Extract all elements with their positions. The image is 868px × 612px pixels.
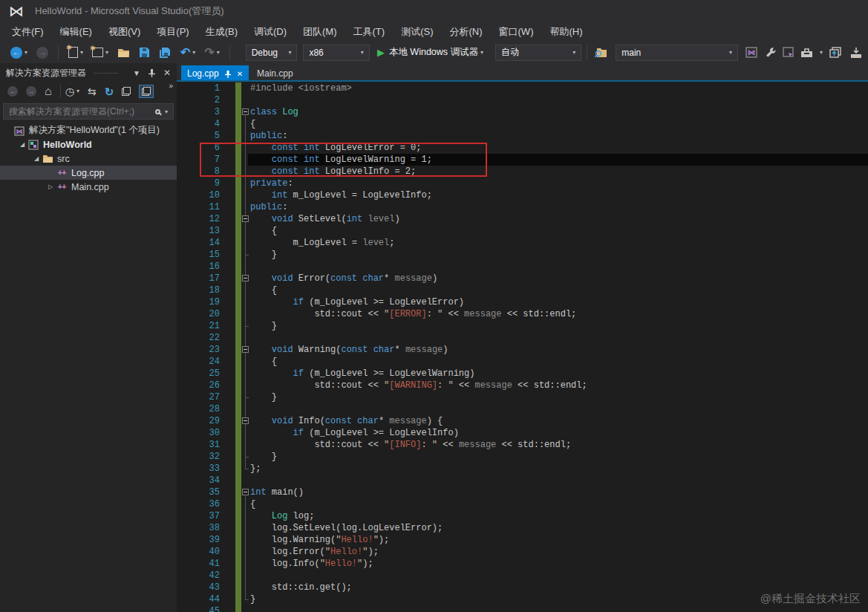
toolbox-button[interactable]: [800, 44, 813, 62]
line-number[interactable]: 14: [177, 237, 220, 249]
line-number[interactable]: 29: [177, 415, 220, 427]
line-number[interactable]: 34: [177, 475, 220, 486]
line-number[interactable]: 12: [177, 213, 220, 225]
menu-item[interactable]: 生成(B): [198, 23, 245, 41]
navigate-windows-button[interactable]: [829, 44, 841, 62]
tree-item-src[interactable]: ◢src: [0, 152, 177, 166]
menu-item[interactable]: 视图(V): [101, 23, 148, 41]
configuration-dropdown[interactable]: Debug▾: [246, 45, 298, 61]
tab-main-cpp[interactable]: Main.cpp: [251, 65, 299, 82]
line-number[interactable]: 23: [177, 344, 220, 356]
close-icon[interactable]: ✕: [163, 68, 171, 78]
line-number[interactable]: 11: [177, 201, 220, 213]
branch-dropdown[interactable]: main▾: [616, 45, 738, 61]
fold-toggle-icon[interactable]: [242, 346, 249, 353]
line-number[interactable]: 45: [177, 605, 220, 612]
watch-mode-dropdown[interactable]: 自动▾: [495, 45, 581, 61]
close-icon[interactable]: ✕: [237, 70, 243, 78]
open-file-button[interactable]: [117, 44, 130, 62]
navigate-back-button[interactable]: ←▾: [10, 44, 27, 62]
line-number[interactable]: 22: [177, 332, 220, 344]
find-in-files-button[interactable]: [595, 44, 607, 62]
home-button[interactable]: ⌂: [45, 85, 52, 97]
sync-with-active-document-button[interactable]: ⇆: [88, 86, 97, 97]
line-number[interactable]: 42: [177, 570, 220, 582]
attach-button[interactable]: ⋈: [745, 44, 757, 62]
pin-icon[interactable]: [224, 70, 232, 78]
panel-drag-handle[interactable]: [94, 73, 118, 74]
line-number[interactable]: 18: [177, 284, 220, 296]
fold-toggle-icon[interactable]: [242, 275, 249, 281]
line-number[interactable]: 25: [177, 368, 220, 380]
forward-button[interactable]: →: [26, 86, 36, 97]
line-number[interactable]: 32: [177, 451, 220, 463]
line-number[interactable]: 3: [177, 106, 220, 118]
line-number[interactable]: 30: [177, 427, 220, 439]
start-debugging-button[interactable]: ▶本地 Windows 调试器▾: [377, 44, 483, 62]
panel-menu-chevron-icon[interactable]: ▼: [133, 69, 140, 77]
line-number[interactable]: 36: [177, 498, 220, 510]
line-number[interactable]: 21: [177, 320, 220, 332]
fold-toggle-icon[interactable]: [242, 215, 249, 222]
line-number[interactable]: 13: [177, 225, 220, 237]
line-number[interactable]: 31: [177, 439, 220, 451]
line-number[interactable]: 10: [177, 189, 220, 201]
fold-toggle-icon[interactable]: [242, 417, 249, 424]
menu-item[interactable]: 团队(M): [296, 23, 345, 41]
solution-search-box[interactable]: 搜索解决方案资源管理器(Ctrl+;) ▾: [3, 103, 174, 120]
line-number[interactable]: 2: [177, 94, 220, 106]
menu-item[interactable]: 工具(T): [346, 23, 393, 41]
line-number[interactable]: 41: [177, 558, 220, 570]
redo-button[interactable]: ↷▾: [204, 44, 219, 62]
line-number[interactable]: 44: [177, 593, 220, 605]
expanded-arrow-icon[interactable]: ◢: [17, 141, 27, 148]
tree-item-log-cpp[interactable]: ++Log.cpp: [0, 166, 177, 180]
undo-button[interactable]: ↶▾: [180, 44, 195, 62]
line-number[interactable]: 37: [177, 510, 220, 522]
line-number[interactable]: 26: [177, 380, 220, 391]
line-number[interactable]: 28: [177, 403, 220, 415]
line-number[interactable]: 35: [177, 486, 220, 498]
menu-item[interactable]: 测试(S): [394, 23, 440, 41]
menu-item[interactable]: 调试(D): [247, 23, 294, 41]
feedback-button[interactable]: [783, 44, 794, 62]
new-file-button[interactable]: ✱▾: [68, 44, 83, 62]
line-number[interactable]: 39: [177, 534, 220, 546]
fold-toggle-icon[interactable]: [242, 108, 249, 115]
line-number[interactable]: 1: [177, 82, 220, 94]
tab-log-cpp[interactable]: Log.cpp ✕: [181, 65, 249, 82]
line-number[interactable]: 15: [177, 249, 220, 261]
extensions-button[interactable]: [850, 44, 862, 62]
line-number[interactable]: 16: [177, 261, 220, 273]
menu-item[interactable]: 帮助(H): [542, 23, 590, 41]
back-button[interactable]: ←: [7, 86, 18, 97]
line-number[interactable]: 4: [177, 118, 220, 130]
menu-item[interactable]: 项目(P): [149, 23, 196, 41]
line-number[interactable]: 9: [177, 178, 220, 189]
tree-item--helloworld-[interactable]: ⋈解决方案"HelloWorld"(1 个项目): [0, 123, 177, 137]
menu-item[interactable]: 分析(N): [442, 23, 489, 41]
collapsed-arrow-icon[interactable]: ▷: [45, 183, 56, 190]
line-number[interactable]: 33: [177, 463, 220, 475]
line-number[interactable]: 43: [177, 582, 220, 593]
options-button[interactable]: [765, 44, 777, 62]
refresh-icon[interactable]: ↻: [105, 86, 114, 97]
line-number[interactable]: 20: [177, 308, 220, 320]
pending-changes-filter-button[interactable]: ◷▾: [65, 86, 79, 97]
save-all-button[interactable]: [159, 44, 172, 62]
show-all-files-button[interactable]: [139, 85, 154, 98]
platform-dropdown[interactable]: x86▾: [303, 45, 369, 61]
menu-item[interactable]: 文件(F): [4, 23, 51, 41]
menu-item[interactable]: 窗口(W): [492, 23, 541, 41]
expanded-arrow-icon[interactable]: ◢: [31, 155, 42, 162]
toolbar-overflow-button[interactable]: ▾: [818, 44, 823, 62]
tree-item-helloworld[interactable]: ◢HelloWorld: [0, 137, 177, 152]
save-button[interactable]: [139, 44, 150, 62]
line-number[interactable]: 19: [177, 296, 220, 308]
line-number[interactable]: 17: [177, 273, 220, 284]
line-number[interactable]: 40: [177, 546, 220, 558]
toolbar-overflow-icon[interactable]: »: [169, 82, 173, 90]
line-number[interactable]: 38: [177, 522, 220, 534]
fold-toggle-icon[interactable]: [242, 489, 249, 495]
line-number[interactable]: 27: [177, 391, 220, 403]
